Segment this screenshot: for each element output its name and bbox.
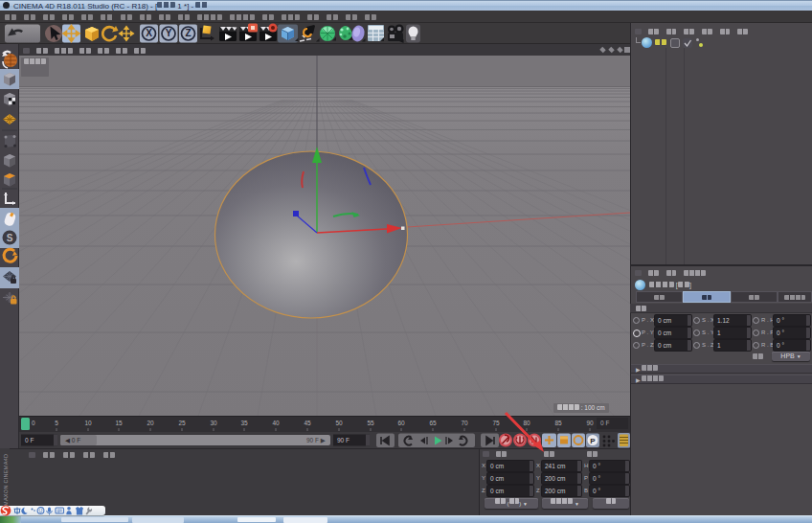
svg-text:Z: Z	[185, 28, 191, 38]
svg-text:10: 10	[84, 420, 92, 426]
svg-text:50: 50	[335, 420, 343, 426]
svg-text:70: 70	[461, 420, 468, 426]
svg-text:90: 90	[586, 420, 594, 426]
svg-text:X: X	[146, 28, 152, 38]
svg-text:0 F: 0 F	[25, 437, 34, 443]
svg-text:P: P	[590, 437, 596, 445]
svg-text:0: 0	[32, 420, 35, 426]
svg-text:45: 45	[304, 420, 311, 426]
svg-text:20: 20	[147, 420, 154, 426]
svg-text:40: 40	[272, 420, 280, 426]
svg-text:90 F: 90 F	[337, 437, 350, 443]
svg-text:25: 25	[178, 420, 186, 426]
svg-text:30: 30	[210, 420, 217, 426]
svg-text:Y: Y	[166, 28, 172, 38]
svg-text:S: S	[7, 233, 13, 243]
svg-text:60: 60	[397, 420, 405, 426]
svg-text:65: 65	[429, 420, 437, 426]
svg-text:55: 55	[367, 420, 374, 426]
svg-text:15: 15	[115, 420, 123, 426]
svg-text:◀ 0 F: ◀ 0 F	[65, 437, 80, 443]
svg-text:35: 35	[240, 420, 248, 426]
svg-text:5: 5	[55, 420, 58, 426]
svg-text:0 F: 0 F	[600, 420, 609, 426]
svg-text:90 F ▶: 90 F ▶	[306, 437, 326, 443]
